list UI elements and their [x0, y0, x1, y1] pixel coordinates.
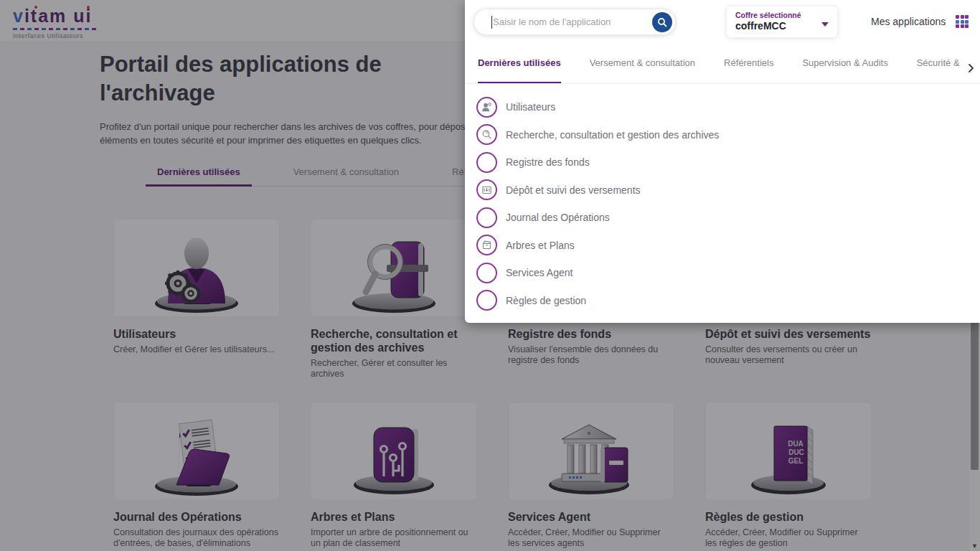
- empty-circle-icon: [476, 290, 497, 311]
- list-item-arbres-et-plans[interactable]: Arbres et Plans: [476, 232, 980, 260]
- list-item-recherche-archives[interactable]: Recherche, consultation et gestion des a…: [476, 121, 980, 149]
- my-applications-label: Mes applications: [871, 16, 946, 27]
- list-item-registre-des-fonds[interactable]: Registre des fonds: [476, 149, 980, 176]
- list-item-utilisateurs[interactable]: Utilisateurs: [476, 93, 980, 121]
- search-icon: [657, 17, 667, 27]
- list-item-services-agent[interactable]: Services Agent: [476, 259, 980, 287]
- list-item-label: Journal des Opérations: [506, 212, 610, 223]
- chevron-down-icon: [821, 22, 829, 27]
- panel-tab-referentiels[interactable]: Référentiels: [724, 53, 773, 83]
- app-search-box: [473, 9, 676, 35]
- list-item-label: Arbres et Plans: [506, 240, 575, 251]
- user-gear-icon: [476, 97, 497, 118]
- list-item-label: Dépôt et suivi des versements: [506, 184, 641, 196]
- list-item-journal-operations[interactable]: Journal des Opérations: [476, 204, 980, 232]
- panel-tab-versement-consultation[interactable]: Versement & consultation: [590, 53, 695, 83]
- chevron-right-icon: [968, 63, 974, 73]
- application-list: Utilisateurs Recherche, consultation et …: [465, 84, 980, 314]
- list-item-depot-versements[interactable]: Dépôt et suivi des versements: [476, 176, 980, 204]
- panel-tab-supervision-audits[interactable]: Supervision & Audits: [802, 53, 887, 83]
- list-item-label: Règles de gestion: [506, 295, 586, 306]
- text-cursor: [491, 16, 492, 29]
- empty-circle-icon: [476, 207, 497, 228]
- coffre-value: coffreMCC: [735, 20, 829, 32]
- list-item-label: Recherche, consultation et gestion des a…: [506, 129, 719, 141]
- list-item-regles-de-gestion[interactable]: Règles de gestion: [476, 287, 980, 315]
- apps-grid-icon[interactable]: [956, 15, 969, 28]
- magnifier-gear-icon: [476, 124, 497, 145]
- list-item-label: Registre des fonds: [506, 156, 590, 168]
- list-item-label: Utilisateurs: [506, 101, 555, 113]
- panel-top-bar: Coffre sélectionné coffreMCC Mes applica…: [465, 0, 980, 43]
- tabs-scroll-right-button[interactable]: [961, 53, 980, 83]
- search-button[interactable]: [652, 12, 672, 32]
- search-input[interactable]: [493, 9, 644, 34]
- coffre-selector[interactable]: Coffre sélectionné coffreMCC: [726, 6, 838, 38]
- panel-tab-dernieres-utilisees[interactable]: Dernières utilisées: [478, 53, 561, 83]
- inbox-download-icon: [476, 179, 497, 200]
- empty-circle-icon: [476, 263, 497, 283]
- coffre-label: Coffre sélectionné: [735, 11, 829, 19]
- panel-tabs: Dernières utilisées Versement & consulta…: [465, 53, 980, 84]
- empty-circle-icon: [476, 152, 497, 173]
- list-item-label: Services Agent: [506, 267, 573, 278]
- archive-box-icon: [476, 235, 497, 255]
- applications-menu-panel: Coffre sélectionné coffreMCC Mes applica…: [465, 0, 980, 323]
